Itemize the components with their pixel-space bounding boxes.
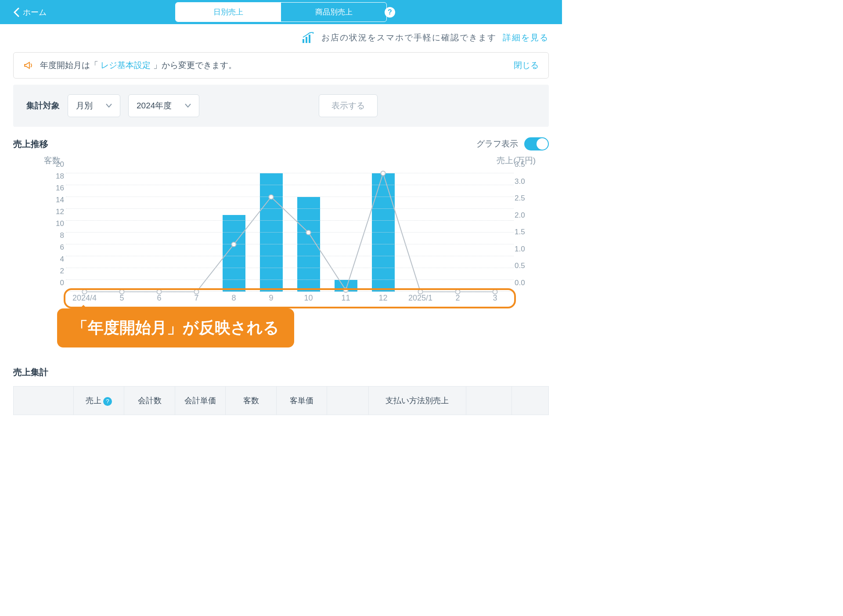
notice-banner: 年度開始月は「 レジ基本設定 」から変更できます。 閉じる [13, 52, 549, 79]
x-tick: 9 [252, 294, 290, 305]
help-icon[interactable]: ? [385, 7, 395, 18]
summary-title: 売上集計 [13, 366, 549, 378]
x-tick: 12 [364, 294, 402, 305]
info-badge-icon[interactable]: ? [103, 397, 112, 406]
th-avg: 会計単価 [175, 387, 226, 415]
svg-point-7 [231, 242, 236, 247]
callout-annotation: 「年度開始月」が反映される [57, 308, 294, 347]
promo-link[interactable]: 詳細を見る [503, 32, 549, 43]
th-payment: 支払い方法別売上 [369, 387, 466, 415]
promo-text: お店の状況をスマホで手軽に確認できます [321, 32, 497, 43]
year-select[interactable]: 2024年度 [128, 94, 199, 117]
svg-rect-0 [303, 39, 304, 43]
back-label: ホーム [23, 7, 47, 18]
svg-rect-1 [306, 37, 307, 43]
filter-label: 集計対象 [26, 100, 60, 111]
x-tick: 11 [327, 294, 364, 305]
x-tick: 2 [439, 294, 476, 305]
th-sales: 売上? [74, 387, 125, 415]
period-select[interactable]: 月別 [68, 94, 120, 117]
trend-header: 売上推移 グラフ表示 [13, 137, 549, 150]
notice-link[interactable]: レジ基本設定 [101, 61, 151, 70]
filter-bar: 集計対象 月別 2024年度 表示する [13, 85, 549, 127]
th-cust: 客数 [226, 387, 277, 415]
tab-daily-sales[interactable]: 日別売上 [176, 3, 281, 21]
promo-bar: お店の状況をスマホで手軽に確認できます 詳細を見る [0, 24, 562, 49]
graph-toggle[interactable] [524, 137, 549, 150]
th-count: 会計数 [124, 387, 175, 415]
chart-growth-icon [302, 32, 315, 43]
th-cust-avg: 客単価 [277, 387, 328, 415]
segmented-control: 日別売上 商品別売上 [175, 2, 387, 22]
summary-table-header: 売上? 会計数 会計単価 客数 客単価 支払い方法別売上 [13, 386, 549, 415]
x-tick: 10 [290, 294, 327, 305]
toggle-label: グラフ表示 [476, 138, 518, 150]
app-header: ホーム 日別売上 商品別売上 ? [0, 0, 562, 24]
svg-point-9 [306, 230, 310, 235]
tab-product-sales[interactable]: 商品別売上 [281, 3, 386, 21]
notice-close[interactable]: 閉じる [514, 60, 539, 71]
back-button[interactable]: ホーム [0, 7, 47, 18]
svg-point-11 [381, 171, 385, 175]
chart-area: 客数 売上(万円) 02468101214161820 0.00.51.01.5… [13, 155, 549, 305]
notice-text: 年度開始月は「 レジ基本設定 」から変更できます。 [40, 60, 237, 71]
x-tick: 8 [215, 294, 252, 305]
megaphone-icon [23, 60, 34, 71]
trend-title: 売上推移 [13, 138, 48, 150]
chevron-left-icon [13, 7, 19, 17]
chevron-down-icon [106, 104, 112, 108]
chevron-down-icon [185, 104, 191, 108]
x-tick: 6 [140, 294, 178, 305]
svg-rect-2 [309, 35, 310, 43]
x-tick: 5 [103, 294, 140, 305]
x-tick: 7 [178, 294, 215, 305]
submit-button[interactable]: 表示する [319, 94, 378, 117]
x-tick: 3 [476, 294, 514, 305]
x-tick: 2025/1 [402, 294, 439, 305]
svg-point-8 [269, 195, 273, 199]
